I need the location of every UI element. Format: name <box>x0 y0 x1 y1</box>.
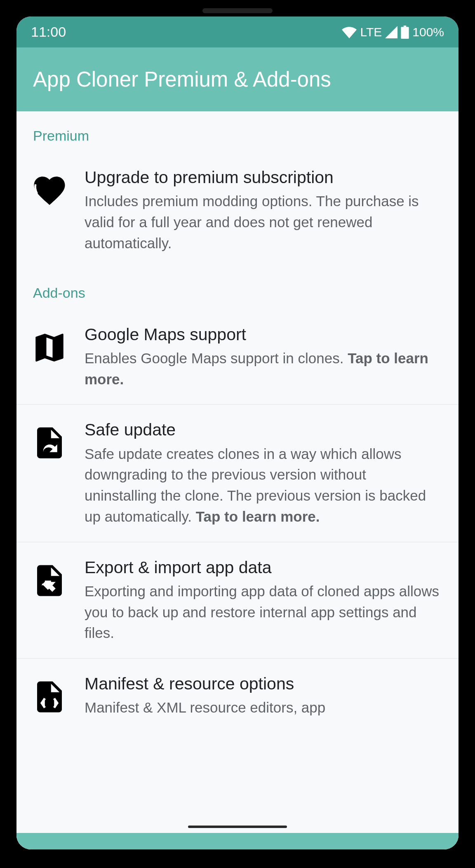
file-undo-icon <box>29 422 70 463</box>
nav-bar <box>16 833 459 849</box>
app-title: App Cloner Premium & Add-ons <box>33 67 331 92</box>
item-desc: Safe update creates clones in a way whic… <box>85 444 442 527</box>
item-upgrade-premium[interactable]: Upgrade to premium subscription Includes… <box>16 152 459 268</box>
item-safe-update[interactable]: Safe update Safe update creates clones i… <box>16 405 459 542</box>
section-header-addons: Add-ons <box>16 268 459 309</box>
item-title: Safe update <box>85 419 442 441</box>
screen: 11:00 LTE 100% App Cloner Premium & Add-… <box>16 16 459 849</box>
item-google-maps[interactable]: Google Maps support Enables Google Maps … <box>16 309 459 405</box>
signal-icon <box>385 26 397 38</box>
heart-icon <box>29 170 70 211</box>
status-bar: 11:00 LTE 100% <box>16 16 459 47</box>
device-speaker <box>202 8 273 13</box>
status-indicators: LTE 100% <box>342 25 444 39</box>
file-arrow-icon <box>29 560 70 601</box>
item-desc: Exporting and importing app data of clon… <box>85 581 442 644</box>
nav-handle[interactable] <box>188 826 287 828</box>
item-text: Upgrade to premium subscription Includes… <box>85 167 442 254</box>
network-label: LTE <box>360 25 382 39</box>
file-code-icon <box>29 676 70 717</box>
content-area[interactable]: Premium Upgrade to premium subscription … <box>16 111 459 849</box>
item-title: Upgrade to premium subscription <box>85 167 442 188</box>
battery-label: 100% <box>412 25 444 39</box>
item-text: Manifest & resource options Manifest & X… <box>85 673 442 718</box>
item-manifest-resource[interactable]: Manifest & resource options Manifest & X… <box>16 659 459 733</box>
item-text: Google Maps support Enables Google Maps … <box>85 324 442 390</box>
item-title: Export & import app data <box>85 557 442 579</box>
item-text: Export & import app data Exporting and i… <box>85 557 442 644</box>
item-title: Google Maps support <box>85 324 442 346</box>
item-title: Manifest & resource options <box>85 673 442 695</box>
svg-rect-1 <box>404 26 406 27</box>
status-time: 11:00 <box>31 24 66 40</box>
app-bar: App Cloner Premium & Add-ons <box>16 47 459 111</box>
svg-rect-0 <box>401 27 409 39</box>
device-frame: 11:00 LTE 100% App Cloner Premium & Add-… <box>0 0 475 868</box>
item-desc: Enables Google Maps support in clones. T… <box>85 348 442 390</box>
item-export-import[interactable]: Export & import app data Exporting and i… <box>16 542 459 659</box>
wifi-icon <box>342 26 357 38</box>
item-desc: Includes premium modding options. The pu… <box>85 191 442 254</box>
section-header-premium: Premium <box>16 111 459 152</box>
item-desc: Manifest & XML resource editors, app <box>85 697 442 718</box>
item-text: Safe update Safe update creates clones i… <box>85 419 442 527</box>
battery-icon <box>401 26 409 39</box>
map-icon <box>29 327 70 368</box>
